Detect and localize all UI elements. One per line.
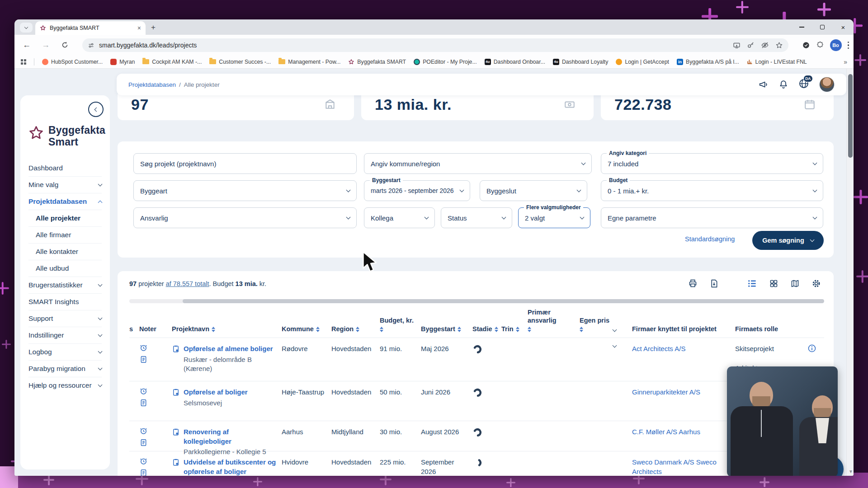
minimize-button[interactable] bbox=[791, 19, 812, 35]
project-link[interactable]: Opførelse af almene boliger bbox=[172, 344, 278, 353]
scroll-down-arrow-icon[interactable]: ▼ bbox=[849, 469, 853, 474]
total-results-link[interactable]: af 78.557 totalt bbox=[166, 280, 209, 287]
bookmark-getaccept[interactable]: Login | GetAccept bbox=[616, 59, 669, 65]
sidebar-item-brugerstatistikker[interactable]: Brugerstatistikker bbox=[28, 277, 102, 293]
firm-link[interactable]: Act Architects A/S bbox=[632, 338, 735, 353]
table-row[interactable]: Opførelse af almene boliger Ruskær - del… bbox=[129, 338, 824, 381]
bookmark-star-icon[interactable] bbox=[775, 42, 783, 49]
back-button[interactable]: ← bbox=[20, 38, 33, 52]
alarm-icon[interactable] bbox=[139, 343, 148, 352]
sidebar-item-alle-projekter[interactable]: Alle projekter bbox=[28, 210, 102, 226]
note-icon[interactable] bbox=[139, 399, 148, 407]
note-icon[interactable] bbox=[139, 438, 148, 447]
col-trin[interactable]: Trin bbox=[501, 325, 528, 333]
sidebar-item-mine-valg[interactable]: Mine valg bbox=[28, 176, 102, 193]
info-icon[interactable] bbox=[807, 338, 824, 355]
breadcrumb-projektdatabasen[interactable]: Projektdatabasen bbox=[128, 81, 176, 88]
sidebar-item-alle-firmaer[interactable]: Alle firmaer bbox=[28, 226, 102, 243]
sort-icon[interactable] bbox=[458, 327, 461, 332]
firm-link[interactable]: Sweco Danmark A/S Sweco Architects bbox=[632, 451, 735, 476]
sidebar-item-alle-udbud[interactable]: Alle udbud bbox=[28, 260, 102, 277]
search-input[interactable] bbox=[140, 160, 350, 168]
ansvarlig-dropdown[interactable]: Ansvarlig bbox=[133, 207, 357, 228]
key-icon[interactable] bbox=[747, 42, 755, 49]
bookmark-hubspot[interactable]: HubSpot Customer... bbox=[42, 59, 103, 65]
sidebar-item-alle-kontakter[interactable]: Alle kontakter bbox=[28, 243, 102, 260]
status-dropdown[interactable]: Status bbox=[441, 207, 512, 228]
bookmark-dashboard-loyalty[interactable]: 4uDashboard Loyalty bbox=[553, 59, 609, 65]
kategori-dropdown[interactable]: Angiv kategori 7 included bbox=[601, 153, 823, 174]
row-expand-chevron[interactable] bbox=[613, 338, 632, 347]
budget-dropdown[interactable]: Budget 0 - 1 mia.+ kr. bbox=[601, 180, 823, 201]
vertical-scrollbar[interactable]: ▼ bbox=[846, 69, 854, 476]
browser-tab[interactable]: Byggefakta SMART × bbox=[35, 21, 146, 35]
sort-icon[interactable] bbox=[580, 327, 583, 332]
kommune-region-dropdown[interactable]: Angiv kommune/region bbox=[364, 153, 592, 174]
col-projektnavn[interactable]: Projektnavn bbox=[172, 325, 282, 333]
cast-icon[interactable] bbox=[802, 41, 810, 49]
search-project-field[interactable] bbox=[133, 153, 357, 174]
col-kommune[interactable]: Kommune bbox=[282, 325, 331, 333]
table-row[interactable]: Opførelse af boliger Selsmosevej Høje-Ta… bbox=[129, 381, 824, 421]
bookmarks-overflow-icon[interactable]: » bbox=[844, 58, 847, 66]
sidebar-item-logbog[interactable]: Logbog bbox=[28, 343, 102, 360]
sidebar-item-parabyg-migration[interactable]: Parabyg migration bbox=[28, 360, 102, 377]
horizontal-scrollbar-thumb[interactable] bbox=[183, 299, 824, 303]
vertical-scrollbar-thumb[interactable] bbox=[848, 74, 853, 158]
sidebar-item-indstillinger[interactable]: Indstillinger bbox=[28, 327, 102, 343]
sidebar-item-projektdatabasen[interactable]: Projektdatabasen bbox=[28, 193, 102, 210]
bookmark-myran[interactable]: Myran bbox=[110, 59, 135, 65]
reload-button[interactable] bbox=[58, 38, 71, 52]
bookmark-cockpit[interactable]: Cockpit AM KAM -... bbox=[142, 59, 202, 65]
alarm-icon[interactable] bbox=[139, 457, 148, 465]
header-collapse-chevron[interactable] bbox=[613, 329, 632, 333]
col-budget[interactable]: Budget, kr. bbox=[380, 316, 421, 333]
bookmark-livestat[interactable]: Login - LIVEstat FNL bbox=[747, 59, 807, 65]
eye-off-icon[interactable] bbox=[761, 41, 769, 49]
megaphone-icon[interactable] bbox=[759, 80, 769, 89]
video-overlay[interactable] bbox=[727, 366, 838, 476]
browser-profile-avatar[interactable]: Bo bbox=[830, 39, 842, 51]
forward-button[interactable]: → bbox=[39, 38, 52, 52]
sort-icon[interactable] bbox=[380, 327, 383, 332]
project-link[interactable]: Renovering af kollegieboliger bbox=[172, 427, 278, 446]
sort-icon[interactable] bbox=[316, 327, 320, 332]
tab-search-button[interactable] bbox=[20, 23, 33, 33]
col-stadie[interactable]: Stadie bbox=[472, 325, 501, 333]
sort-icon[interactable] bbox=[212, 327, 215, 332]
browser-menu-icon[interactable] bbox=[848, 42, 849, 49]
sidebar-collapse-button[interactable] bbox=[88, 102, 104, 117]
bookmark-customer-succes[interactable]: Customer Succes -... bbox=[209, 59, 271, 65]
sort-icon[interactable] bbox=[528, 327, 531, 332]
apps-grid-icon[interactable] bbox=[21, 59, 26, 65]
bell-icon[interactable] bbox=[778, 80, 788, 89]
sort-icon[interactable] bbox=[516, 327, 519, 332]
horizontal-scrollbar[interactable] bbox=[129, 299, 824, 303]
bookmark-dashboard-onboarding[interactable]: 4uDashboard Onboar... bbox=[485, 59, 545, 65]
table-row[interactable]: Udvidelse af butikscenter og opførelse a… bbox=[129, 451, 824, 476]
firm-link[interactable]: Ginneruparkitekter A/S bbox=[632, 381, 735, 397]
sidebar-item-support[interactable]: Support bbox=[28, 310, 102, 327]
extensions-puzzle-icon[interactable] bbox=[816, 41, 824, 49]
note-icon[interactable] bbox=[139, 355, 148, 364]
col-byggestart[interactable]: Byggestart bbox=[421, 325, 472, 333]
flere-valgmuligheder-dropdown[interactable]: Flere valgmuligheder 2 valgt bbox=[518, 207, 590, 228]
export-xls-icon[interactable] bbox=[709, 279, 719, 288]
maximize-button[interactable] bbox=[812, 19, 833, 35]
sidebar-item-dashboard[interactable]: Dashboard bbox=[28, 160, 102, 176]
alarm-icon[interactable] bbox=[139, 387, 148, 395]
sidebar-item-smart-insights[interactable]: SMART Insights bbox=[28, 293, 102, 310]
tab-close-icon[interactable]: × bbox=[137, 25, 141, 31]
sort-icon[interactable] bbox=[495, 327, 498, 332]
sidebar-item-hjaelp-og-ressourcer[interactable]: Hjælp og ressourcer bbox=[28, 377, 102, 394]
col-primaer-ansvarlig[interactable]: Primær ansvarlig bbox=[528, 308, 580, 333]
bookmark-management[interactable]: Management - Pow... bbox=[278, 59, 340, 65]
egne-parametre-dropdown[interactable]: Egne parametre bbox=[601, 207, 823, 228]
print-icon[interactable] bbox=[688, 279, 698, 288]
alarm-icon[interactable] bbox=[139, 427, 148, 435]
install-icon[interactable] bbox=[733, 42, 741, 49]
note-icon[interactable] bbox=[139, 469, 148, 476]
url-bar[interactable]: smart.byggefakta.dk/leads/projects bbox=[82, 38, 788, 52]
settings-gear-icon[interactable] bbox=[811, 279, 821, 288]
byggeart-dropdown[interactable]: Byggeart bbox=[133, 180, 357, 201]
